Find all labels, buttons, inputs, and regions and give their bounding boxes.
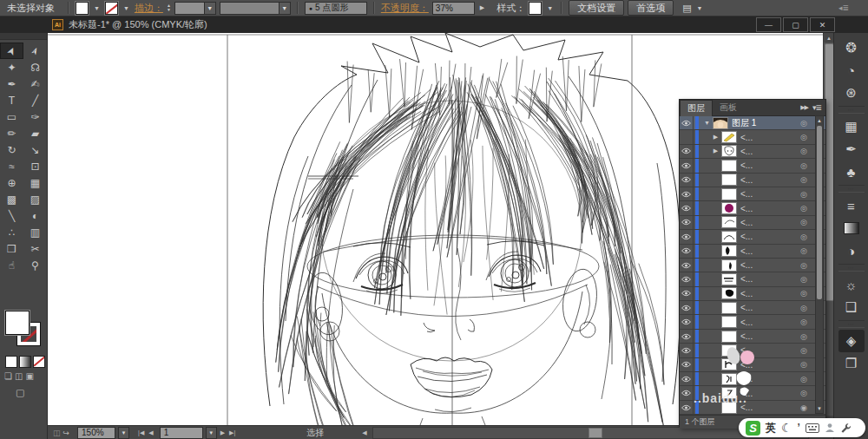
stroke-weight-combo[interactable]: ▼	[174, 2, 216, 15]
visibility-eye-icon[interactable]	[680, 259, 694, 272]
target-circle-icon[interactable]: ◎	[798, 375, 810, 383]
target-circle-icon[interactable]: ◎	[798, 261, 810, 270]
brushes-panel-icon[interactable]: ✒	[838, 138, 865, 161]
gradient-panel-icon[interactable]	[838, 217, 865, 239]
visibility-eye-icon[interactable]	[680, 358, 694, 371]
visibility-eye-icon[interactable]	[680, 344, 694, 357]
layer-label[interactable]: <...	[740, 147, 798, 156]
visibility-eye-icon[interactable]	[680, 401, 694, 414]
visibility-eye-icon[interactable]	[680, 216, 694, 229]
variable-width-combo[interactable]: ▼	[220, 2, 291, 15]
target-circle-icon[interactable]: ◎	[798, 218, 810, 226]
fill-color-swatch[interactable]	[76, 2, 89, 15]
layer-label[interactable]: <...	[740, 133, 798, 142]
transparency-panel-icon[interactable]: ◑	[838, 239, 865, 262]
dock-collapse-icon[interactable]: ◂≣	[838, 3, 849, 12]
layer-thumbnail[interactable]	[721, 259, 737, 272]
layer-row[interactable]: <...◎	[680, 315, 825, 329]
target-circle-icon[interactable]: ◎	[798, 161, 810, 170]
layer-row[interactable]: <...◎	[680, 344, 825, 357]
none-button[interactable]	[33, 356, 45, 368]
target-circle-icon[interactable]: ◎	[798, 233, 810, 241]
next-artboard-icon[interactable]: ▶	[220, 429, 226, 436]
layers-scroll-up-icon[interactable]: ▲	[816, 116, 823, 125]
opacity-input[interactable]: 37%	[432, 2, 475, 15]
layer-label[interactable]: <...	[740, 218, 798, 227]
visibility-eye-icon[interactable]	[680, 174, 694, 187]
layer-row[interactable]: <...◎	[680, 201, 825, 215]
scale-tool[interactable]: ↘	[23, 141, 47, 158]
opacity-caret-icon[interactable]: ▶	[478, 4, 486, 11]
horizontal-scroll-thumb[interactable]	[589, 428, 602, 438]
rectangle-tool[interactable]: ▭	[0, 108, 23, 125]
eraser-tool[interactable]: ▰	[23, 125, 47, 141]
direct-selection-tool[interactable]: ➢	[23, 43, 47, 59]
target-circle-icon[interactable]: ◎	[798, 147, 810, 155]
layer-thumbnail[interactable]	[721, 216, 737, 228]
style-swatch[interactable]	[529, 2, 542, 15]
layer-row[interactable]: <...◎	[680, 159, 825, 173]
color-guide-panel-icon[interactable]: ◔	[838, 59, 865, 82]
close-button[interactable]: ✕	[810, 17, 835, 32]
visibility-eye-icon[interactable]	[680, 201, 694, 214]
layer-row[interactable]: <...◎	[680, 330, 825, 344]
target-circle-icon[interactable]: ◉	[798, 403, 810, 412]
target-circle-icon[interactable]: ◎	[798, 304, 810, 312]
user-icon[interactable]	[825, 423, 835, 433]
draw-normal-icon[interactable]: ❏	[4, 371, 12, 381]
layer-thumbnail[interactable]	[721, 273, 737, 285]
target-circle-icon[interactable]: ◎	[798, 246, 810, 255]
layer-row[interactable]: <...◎	[680, 245, 825, 259]
line-segment-tool[interactable]: ╱	[23, 92, 47, 108]
zoom-dropdown-icon[interactable]: ▼	[118, 427, 129, 439]
gradient-tool[interactable]: ▨	[23, 191, 47, 207]
expand-triangle-icon[interactable]: ▼	[701, 120, 713, 126]
target-circle-icon[interactable]: ◎	[798, 175, 810, 184]
status-icon-2[interactable]: ↪	[63, 429, 70, 437]
layer-label[interactable]: <...	[740, 175, 798, 185]
selection-tool[interactable]: ➤	[0, 43, 23, 59]
opacity-link[interactable]: 不透明度：	[381, 2, 429, 15]
layer-row[interactable]: <...◎	[680, 259, 825, 272]
shape-builder-tool[interactable]: ⊕	[0, 174, 23, 191]
artboard-tool[interactable]: ❒	[0, 240, 23, 257]
layers-scroll-thumb[interactable]	[817, 126, 822, 299]
layer-thumbnail[interactable]	[721, 331, 737, 343]
expand-triangle-icon[interactable]: ▶	[710, 147, 721, 154]
target-circle-icon[interactable]: ◎	[798, 332, 810, 341]
expand-triangle-icon[interactable]: ▶	[710, 134, 721, 141]
paintbrush-tool[interactable]: ✑	[23, 108, 47, 125]
tab-layers[interactable]: 图层	[680, 100, 713, 116]
target-circle-icon[interactable]: ◎	[798, 133, 810, 141]
panel-menu-icon[interactable]: ▾≣	[812, 103, 821, 112]
gradient-button[interactable]	[19, 356, 31, 368]
visibility-eye-icon[interactable]	[680, 315, 694, 328]
slice-tool[interactable]: ✂	[23, 240, 47, 257]
layer-row[interactable]: <...◎	[680, 386, 825, 400]
layer-row[interactable]: ▶<...◎	[680, 145, 825, 159]
fill-dropdown-icon[interactable]: ▼	[92, 5, 102, 11]
artboard-number-box[interactable]: 1	[160, 427, 203, 439]
layer-label[interactable]: <...	[740, 232, 798, 241]
layer-label[interactable]: <...	[740, 260, 798, 270]
visibility-eye-icon[interactable]	[680, 245, 694, 258]
layer-row[interactable]: <...◎	[680, 272, 825, 286]
layer-row[interactable]: <...◎	[680, 287, 825, 301]
artboards-panel-icon[interactable]: ❐	[838, 352, 865, 375]
symbol-sprayer-tool[interactable]: ∴	[0, 224, 23, 240]
layer-row[interactable]: <...◎	[680, 187, 825, 201]
magic-wand-tool[interactable]: ✦	[0, 59, 23, 75]
layer-label[interactable]: <...	[740, 204, 798, 213]
layer-row[interactable]: <...◎	[680, 372, 825, 386]
curvature-pen-tool[interactable]: ✍	[23, 75, 47, 92]
status-icon-1[interactable]: ◫	[53, 429, 61, 437]
layer-label[interactable]: <...	[740, 345, 798, 355]
layer-thumbnail[interactable]	[721, 231, 737, 243]
layer-label[interactable]: <...	[740, 389, 798, 398]
arrange-documents-caret-icon[interactable]: ▼	[695, 5, 705, 11]
tab-artboards[interactable]: 画板	[713, 100, 744, 115]
layer-label[interactable]: <...	[740, 246, 798, 256]
layer-thumbnail[interactable]	[721, 387, 737, 399]
screen-mode-icon[interactable]: ▢	[16, 387, 24, 398]
preferences-button[interactable]: 首选项	[628, 0, 674, 16]
